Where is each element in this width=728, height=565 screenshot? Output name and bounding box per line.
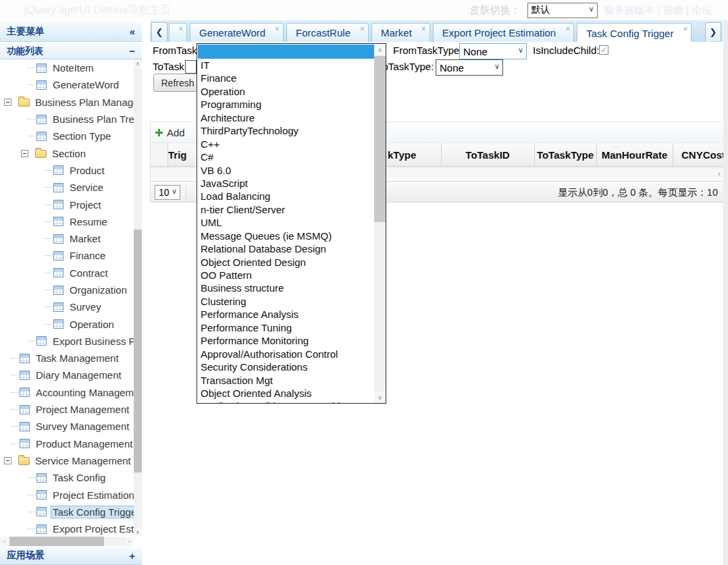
dropdown-option-vb-6-0[interactable]: VB 6.0 [197, 164, 374, 177]
scroll-right-icon[interactable]: › [718, 168, 721, 179]
dropdown-option-security-considerations[interactable]: Security Considerations [197, 360, 374, 373]
tree-item-project-management[interactable]: Project Management [0, 401, 134, 418]
dropdown-option-application-build-process-architecture[interactable]: Application Build Process Architecture [197, 400, 374, 403]
tab-generateword[interactable]: GenerateWord× [190, 23, 284, 42]
tab-close-icon[interactable]: × [565, 24, 570, 34]
tab-task-config-trigger[interactable]: Task Config Trigger× [577, 23, 692, 43]
tree-item-diary-management[interactable]: Diary Management [0, 367, 134, 383]
scrollbar-thumb[interactable] [374, 56, 386, 222]
scroll-right-icon[interactable]: › [125, 537, 134, 546]
tree-item-operation[interactable]: Operation [0, 315, 134, 332]
dropdown-option-clustering[interactable]: Clustering [197, 295, 374, 308]
tree-item-task-config-trigger[interactable]: Task Config Trigger [0, 504, 134, 520]
tab-close-icon[interactable]: × [683, 24, 687, 34]
tree-item-task-management[interactable]: Task Management [0, 350, 134, 367]
collapse-sidebar-icon[interactable]: « [130, 26, 135, 37]
add-button[interactable]: Add [155, 127, 185, 138]
column-header-cnycost[interactable]: CNYCostI [681, 143, 723, 167]
from-task-type-select[interactable]: None ∨ [459, 43, 527, 59]
dropdown-option-performance-monitoring[interactable]: Performance Monitoring [197, 334, 374, 347]
dropdown-option-message-queues-ie-msmq-[interactable]: Message Queues (ie MSMQ) [197, 230, 374, 242]
tree-item-market[interactable]: Market [0, 230, 134, 247]
scrollbar-thumb[interactable] [9, 537, 104, 546]
scroll-up-icon[interactable]: ∧ [374, 44, 386, 55]
minimize-panel-icon[interactable]: − [129, 45, 135, 57]
dropdown-scrollbar[interactable]: ∧ ∨ [374, 44, 386, 403]
dropdown-option-load-balancing[interactable]: Load Balancing [197, 190, 374, 203]
skin-select[interactable]: 默认 ∨ [527, 3, 598, 18]
dropdown-option-object-oriented-design[interactable]: Object Oriented Design [197, 256, 374, 269]
tree-item-project[interactable]: Project [0, 196, 134, 213]
tree-item-section-type[interactable]: Section Type [0, 128, 134, 144]
column-header-totasktype[interactable]: ToTaskType [534, 143, 596, 167]
scroll-up-icon[interactable]: ∧ [134, 59, 142, 68]
tree-item-export-business-plan[interactable]: Export Business Plan [0, 333, 134, 350]
dropdown-option-oo-pattern[interactable]: OO Pattern [197, 269, 374, 281]
tree-item-product[interactable]: Product [0, 162, 134, 179]
to-task-type-select[interactable]: None ∨ [436, 59, 503, 76]
scrollbar-thumb[interactable] [134, 230, 142, 473]
is-include-child-checkbox[interactable]: ✓ [599, 45, 608, 55]
tree-item-resume[interactable]: Resume [0, 213, 134, 230]
tab-scroll-left-button[interactable]: ❮ [151, 22, 167, 41]
dropdown-option-operation[interactable]: Operation [197, 85, 374, 98]
tree-item-survey[interactable]: Survey [0, 298, 134, 315]
dropdown-option-thirdpartytechnology[interactable]: ThirdPartyTechnology [197, 124, 374, 137]
tree-item-section[interactable]: Section [0, 144, 134, 161]
tab-market[interactable]: Market× [371, 23, 430, 42]
dropdown-option-uml[interactable]: UML [197, 216, 374, 229]
dropdown-option-architecture[interactable]: Architecture [197, 111, 374, 124]
tree-item-survey-management[interactable]: Survey Management [0, 418, 134, 435]
dropdown-option-javascript[interactable]: JavaScript [197, 177, 374, 190]
scroll-down-icon[interactable]: ∨ [134, 528, 142, 537]
dropdown-option-performance-tuning[interactable]: Performance Tuning [197, 321, 374, 334]
dropdown-option-relational-database-design[interactable]: Relational Database Design [197, 242, 374, 255]
tab-forcastrule[interactable]: ForcastRule× [286, 23, 369, 42]
dropdown-option-finance[interactable]: Finance [197, 72, 374, 84]
tree-item-export-project-estimation[interactable]: Export Project Estimation [0, 520, 134, 537]
tab-close-icon[interactable]: × [421, 24, 426, 34]
tree-horizontal-scrollbar[interactable]: ‹ › [0, 537, 134, 546]
expander-minus-icon[interactable] [4, 99, 11, 106]
tab-scroll-right-button[interactable]: ❯ [705, 22, 721, 41]
dropdown-option-programming[interactable]: Programming [197, 98, 374, 111]
function-list-header[interactable]: 功能列表 − [0, 43, 142, 59]
expander-minus-icon[interactable] [21, 150, 28, 157]
tree-item-business-plan-management[interactable]: Business Plan Management [0, 94, 134, 111]
tree-item-noteitem[interactable]: NoteItem [0, 59, 134, 76]
tab-export-project-estimation[interactable]: Export Project Estimation× [433, 23, 574, 42]
scroll-down-icon[interactable]: ∨ [374, 392, 386, 403]
app-scenario-header[interactable]: 应用场景 + [0, 547, 142, 565]
column-header-totaskid[interactable]: ToTaskID [441, 143, 534, 167]
expander-minus-icon[interactable] [4, 457, 11, 464]
dropdown-option-n-tier-client-server[interactable]: n-tier Client/Server [197, 203, 374, 216]
tree-item-service[interactable]: Service [0, 179, 134, 196]
dropdown-option-it[interactable]: IT [197, 59, 374, 72]
page-size-select[interactable]: 10 ∨ [155, 185, 180, 200]
main-menu-header[interactable]: 主要菜单 « [0, 22, 142, 42]
tree-item-accounting-management[interactable]: Accounting Management [0, 384, 134, 401]
tree-item-generateword[interactable]: GenerateWord [0, 76, 134, 93]
expand-panel-icon[interactable]: + [129, 550, 135, 562]
column-header-fromtasktype[interactable]: kType [388, 143, 416, 167]
column-header-trigger[interactable]: Trig [168, 143, 187, 167]
tree-item-project-estimation[interactable]: Project Estimation [0, 486, 134, 503]
dropdown-option-business-structure[interactable]: Business structure [197, 281, 374, 294]
tree-item-service-management[interactable]: Service Management [0, 452, 134, 469]
dropdown-option-object-oriented-analysis[interactable]: Object Oriented Analysis [197, 387, 374, 400]
tab-close-icon[interactable]: × [178, 24, 183, 34]
tab-close-icon[interactable]: × [360, 24, 365, 34]
dropdown-option-blank[interactable] [198, 45, 374, 59]
dropdown-option-c-[interactable]: C# [197, 151, 374, 163]
dropdown-option-c-[interactable]: C++ [197, 138, 374, 151]
dropdown-option-approval-authorisation-control[interactable]: Approval/Authorisation Control [197, 348, 374, 360]
tree-item-business-plan-tree[interactable]: Business Plan Tree [0, 111, 134, 128]
scroll-left-icon[interactable]: ‹ [0, 537, 9, 546]
tree-item-finance[interactable]: Finance [0, 247, 134, 264]
column-header-manhourrate[interactable]: ManHourRate [596, 143, 673, 167]
dropdown-option-transaction-mgt[interactable]: Transaction Mgt [197, 374, 374, 387]
tree-item-task-config[interactable]: Task Config [0, 469, 134, 486]
to-task-input[interactable] [185, 60, 197, 74]
tree-item-product-management[interactable]: Product Management [0, 435, 134, 452]
tree-vertical-scrollbar[interactable]: ∧ ∨ [134, 59, 142, 537]
